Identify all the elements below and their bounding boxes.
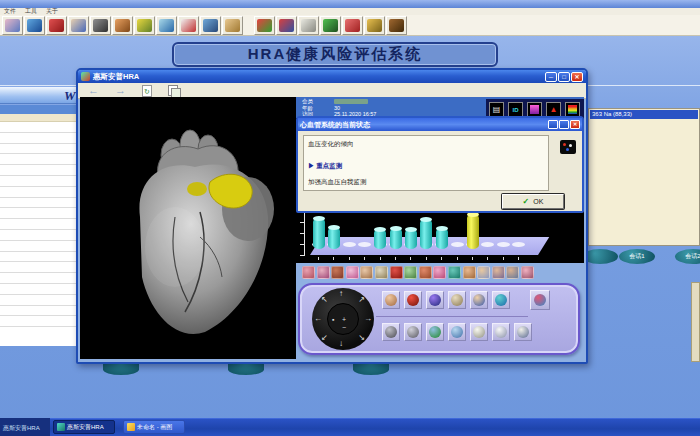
- id-icon: ID: [513, 107, 519, 113]
- head-icon[interactable]: [360, 266, 373, 279]
- body-icon[interactable]: [404, 266, 417, 279]
- rainbow-view-button[interactable]: [565, 102, 580, 117]
- cards-cross-button[interactable]: [178, 16, 199, 35]
- clipboard-button[interactable]: [222, 16, 243, 35]
- doctor-button[interactable]: [112, 16, 133, 35]
- head-pink-icon[interactable]: [521, 266, 534, 279]
- liver-icon[interactable]: [331, 266, 344, 279]
- id-view-button[interactable]: ID: [508, 102, 523, 117]
- selected-list-row[interactable]: 363 Na (88,33): [590, 110, 698, 119]
- session-2-button[interactable]: 会话2: [675, 249, 700, 264]
- taskbar-item-1[interactable]: 惠斯安普HRA: [3, 424, 40, 433]
- plane-button[interactable]: [134, 16, 155, 35]
- dpad-arrow-icon[interactable]: ←: [314, 315, 322, 323]
- gear-button[interactable]: [320, 16, 341, 35]
- head-model-button[interactable]: [382, 291, 400, 309]
- chart-bar: [420, 219, 432, 249]
- tools-button[interactable]: [24, 16, 45, 35]
- report-button[interactable]: [298, 16, 319, 35]
- taskbar-item-3[interactable]: 未命名 - 画图: [123, 420, 185, 434]
- dialog-close-icon[interactable]: ✕: [570, 120, 580, 129]
- dpad-arrow-icon[interactable]: ↙: [321, 334, 328, 342]
- microscope-button[interactable]: [90, 16, 111, 35]
- person-tan-icon[interactable]: [477, 266, 490, 279]
- person-2-icon[interactable]: [492, 266, 505, 279]
- dpad-square-icon[interactable]: ▪: [332, 316, 334, 323]
- dpad-center[interactable]: ▪ + −: [327, 303, 359, 335]
- minimize-button[interactable]: ─: [545, 72, 557, 82]
- globe-model-button[interactable]: [426, 291, 444, 309]
- back-button[interactable]: ←: [88, 84, 99, 97]
- skeleton-model-button[interactable]: [492, 291, 510, 309]
- muscle-icon[interactable]: [419, 266, 432, 279]
- close-button[interactable]: ✕: [571, 72, 583, 82]
- molecule-button[interactable]: [404, 323, 422, 341]
- control-row-2: [382, 323, 532, 341]
- report-view-button[interactable]: ▤: [489, 102, 504, 117]
- letter-button[interactable]: [470, 323, 488, 341]
- warning-icon: ▲: [550, 105, 558, 114]
- dna-ribbon-button[interactable]: [46, 16, 67, 35]
- rainbow-icon: [568, 105, 577, 114]
- menu-item-file[interactable]: 文件: [4, 8, 16, 15]
- dpad-arrow-icon[interactable]: ↓: [339, 340, 343, 348]
- patient-button[interactable]: [68, 16, 89, 35]
- exit-door-button[interactable]: [386, 16, 407, 35]
- dpad[interactable]: ▪ + − ↑↗→↘↓↙←↖: [312, 288, 374, 350]
- torso-model-button[interactable]: [470, 291, 488, 309]
- measure-button[interactable]: [2, 16, 23, 35]
- refresh-button[interactable]: ↻: [142, 85, 152, 97]
- dialog-titlebar[interactable]: 心血管系统的当前状态 ✕: [298, 118, 582, 131]
- warning-view-button[interactable]: ▲: [546, 102, 561, 117]
- user-edit-button[interactable]: [364, 16, 385, 35]
- dialog-maximize-button[interactable]: [559, 120, 569, 129]
- session-1-button[interactable]: 会话1: [619, 249, 655, 264]
- monitor-check-button[interactable]: [426, 323, 444, 341]
- menu-item-tools[interactable]: 工具: [25, 8, 37, 15]
- dpad-arrow-icon[interactable]: ↗: [358, 296, 365, 304]
- check-icon: ✓: [523, 197, 530, 206]
- plane-icon: [137, 19, 152, 32]
- dove-button[interactable]: [448, 323, 466, 341]
- heart-model-button[interactable]: [404, 291, 422, 309]
- person-3-icon[interactable]: [506, 266, 519, 279]
- dpad-arrow-icon[interactable]: →: [364, 315, 372, 323]
- ok-button[interactable]: ✓ OK: [502, 194, 564, 209]
- spine-model-button[interactable]: [448, 291, 466, 309]
- chart-red-button[interactable]: [342, 16, 363, 35]
- taskbar-item-2[interactable]: 惠斯安普HRA: [53, 420, 115, 434]
- dpad-arrow-icon[interactable]: ↖: [321, 296, 328, 304]
- dpad-arrow-icon[interactable]: ↑: [339, 290, 343, 298]
- printer-button[interactable]: [276, 16, 297, 35]
- monitor-check-button[interactable]: [156, 16, 177, 35]
- hra-window-titlebar[interactable]: 惠斯安普HRA ─ □ ✕: [78, 70, 586, 83]
- spine-icon[interactable]: [375, 266, 388, 279]
- heart-icon[interactable]: [390, 266, 403, 279]
- cell-pink-icon[interactable]: [433, 266, 446, 279]
- pump-button[interactable]: [200, 16, 221, 35]
- pie-chart-button[interactable]: [254, 16, 275, 35]
- gradient-view-button[interactable]: [527, 102, 542, 117]
- dpad-plus-icon[interactable]: +: [342, 316, 346, 323]
- device-button[interactable]: [382, 323, 400, 341]
- tooth-button[interactable]: [492, 323, 510, 341]
- maximize-button[interactable]: □: [558, 72, 570, 82]
- heart-3d-viewport[interactable]: [80, 97, 296, 359]
- anatomy-map-button[interactable]: [530, 290, 550, 310]
- copy-button[interactable]: [168, 85, 180, 97]
- brain-icon[interactable]: [317, 266, 330, 279]
- film-cards-button[interactable]: [514, 323, 532, 341]
- menu-item-about[interactable]: 关于: [46, 8, 58, 15]
- gear-icon: [323, 19, 338, 32]
- lungs-icon[interactable]: [302, 266, 315, 279]
- dpad-minus-icon[interactable]: −: [342, 324, 346, 331]
- person-teal-icon[interactable]: [448, 266, 461, 279]
- stomach-icon[interactable]: [463, 266, 476, 279]
- forward-button[interactable]: →: [115, 84, 126, 97]
- right-list-panel[interactable]: 363 Na (88,33): [588, 108, 700, 246]
- skeleton-model-icon: [495, 294, 507, 306]
- right-scrollbar[interactable]: [691, 282, 700, 362]
- cells-icon[interactable]: [346, 266, 359, 279]
- dialog-minimize-button[interactable]: [548, 120, 558, 129]
- dpad-arrow-icon[interactable]: ↘: [358, 334, 365, 342]
